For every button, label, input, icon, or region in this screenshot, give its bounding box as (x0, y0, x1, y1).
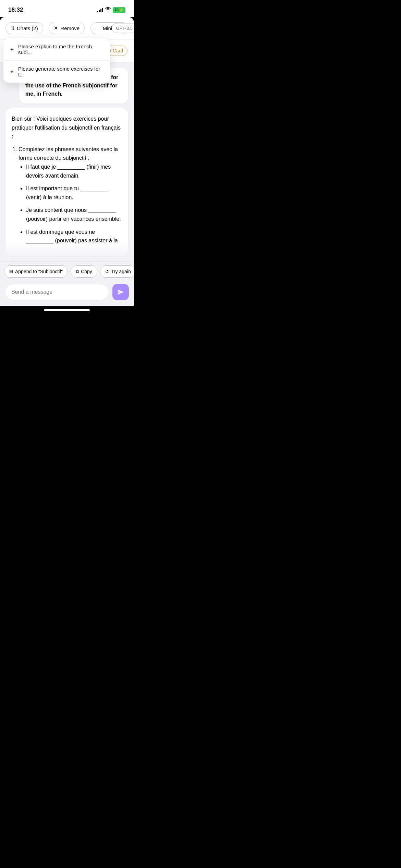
messages-area[interactable]: Please generate some exercises for the u… (0, 62, 134, 262)
copy-icon: ⧉ (76, 269, 79, 274)
ai-bullets: Il faut que je _________ (finir) mes dev… (19, 162, 122, 245)
battery-icon: 73⚡ (113, 7, 125, 13)
app-container: ⇅ Chats (2) ✕ Remove — Minimize GPT-3.5 … (0, 17, 134, 306)
message-input[interactable] (5, 284, 109, 300)
dropdown-item-2-text: Please generate some exercises for t... (18, 66, 104, 77)
sparkle-icon-1: ✦ (10, 46, 14, 53)
copy-button[interactable]: ⧉ Copy (71, 265, 97, 278)
chats-label: Chats (2) (17, 25, 38, 31)
ai-message: Bien sûr ! Voici quelques exercices pour… (5, 108, 128, 256)
try-again-label: Try again (111, 269, 131, 274)
signal-bars-icon (97, 8, 103, 12)
dropdown-item-2[interactable]: ✦ Please generate some exercises for t..… (3, 61, 110, 83)
minus-icon: — (96, 25, 101, 31)
chevron-updown-icon: ⇅ (11, 25, 15, 31)
append-label: Append to "Subjonctif" (15, 269, 63, 274)
copy-label: Copy (81, 269, 92, 274)
home-indicator (0, 306, 134, 318)
ai-exercise-list: Completez les phrases suivantes avec la … (12, 145, 122, 245)
chats-button[interactable]: ⇅ Chats (2) (5, 22, 43, 34)
append-icon: ⊞ (9, 269, 13, 274)
ai-bullet-3: Je suis content que nous _________ (pouv… (26, 206, 122, 223)
input-bar (0, 281, 134, 306)
ai-bullet-4: Il est dommage que vous ne _________ (po… (26, 228, 122, 245)
status-icons: 73⚡ (97, 7, 125, 13)
status-time: 18:32 (8, 7, 23, 13)
top-bar: ⇅ Chats (2) ✕ Remove — Minimize GPT-3.5 … (0, 17, 134, 39)
dropdown-item-1[interactable]: ✦ Please explain to me the French subj..… (3, 38, 110, 61)
ai-bullet-1: Il faut que je _________ (finir) mes dev… (26, 162, 122, 180)
ai-exercise-1: Completez les phrases suivantes avec la … (19, 145, 122, 245)
gpt-badge: GPT-3.5 (112, 23, 134, 33)
dropdown-menu: ✦ Please explain to me the French subj..… (3, 38, 110, 83)
card-label: Card (113, 48, 123, 53)
send-button[interactable] (112, 284, 129, 300)
send-icon (117, 289, 124, 296)
ai-intro: Bien sûr ! Voici quelques exercices pour… (12, 114, 122, 141)
status-bar: 18:32 73⚡ (0, 0, 134, 17)
sparkle-icon-2: ✦ (10, 69, 14, 75)
retry-icon: ↺ (105, 269, 109, 274)
try-again-button[interactable]: ↺ Try again (100, 265, 134, 278)
append-button[interactable]: ⊞ Append to "Subjonctif" (4, 265, 68, 278)
remove-button[interactable]: ✕ Remove (49, 22, 85, 34)
ai-bullet-2: Il est important que tu _________ (venir… (26, 184, 122, 202)
wifi-icon (105, 7, 111, 13)
remove-label: Remove (60, 25, 80, 31)
dropdown-item-1-text: Please explain to me the French subj... (18, 44, 104, 55)
home-bar (44, 309, 90, 311)
action-bar: ⊞ Append to "Subjonctif" ⧉ Copy ↺ Try ag… (0, 262, 134, 281)
x-icon: ✕ (54, 25, 58, 31)
